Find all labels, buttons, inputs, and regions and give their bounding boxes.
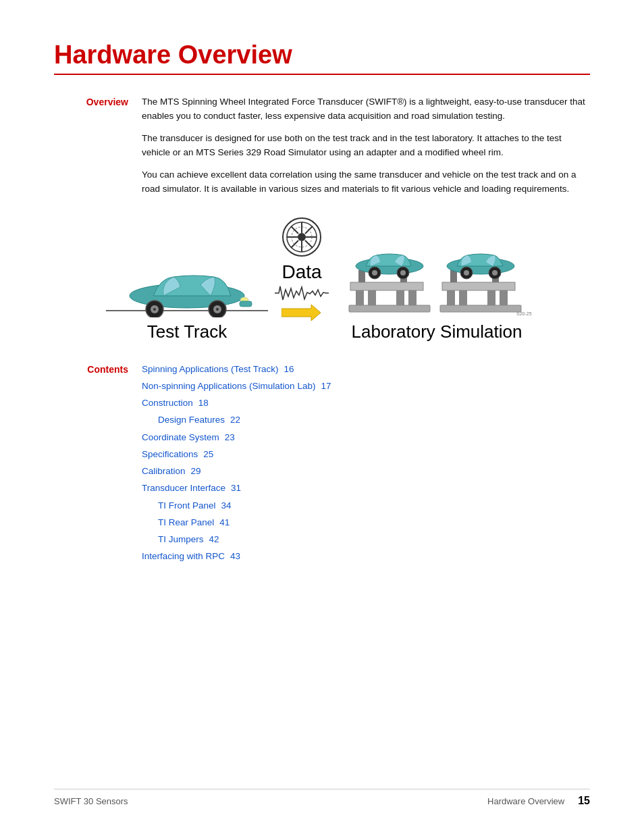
toc-link-8[interactable]: TI Front Panel34 bbox=[158, 500, 232, 511]
toc-page-3: 22 bbox=[230, 415, 240, 425]
toc-page-7: 31 bbox=[231, 483, 241, 493]
footer-right-label: Hardware Overview bbox=[487, 796, 564, 806]
lab-side: S20-25 Laboratory Simulation bbox=[336, 243, 538, 342]
test-track-car-svg bbox=[106, 250, 268, 317]
toc-list: Spinning Applications (Test Track)16 Non… bbox=[142, 363, 590, 567]
toc-text-1: Non-spinning Applications (Simulation La… bbox=[142, 381, 315, 391]
toc-link-11[interactable]: Interfacing with RPC43 bbox=[142, 551, 240, 561]
toc-page-10: 42 bbox=[209, 534, 219, 544]
toc-link-2[interactable]: Construction18 bbox=[142, 398, 209, 408]
toc-link-6[interactable]: Calibration29 bbox=[142, 466, 201, 476]
toc-text-7: Transducer Interface bbox=[142, 483, 225, 493]
toc-page-1: 17 bbox=[321, 381, 331, 391]
svg-point-36 bbox=[372, 270, 377, 276]
toc-text-8: TI Front Panel bbox=[158, 500, 216, 511]
toc-item-0: Spinning Applications (Test Track)16 bbox=[142, 363, 590, 376]
svg-point-4 bbox=[216, 308, 219, 311]
svg-rect-29 bbox=[350, 282, 423, 290]
overview-section: Overview The MTS Spinning Wheel Integrat… bbox=[54, 95, 590, 197]
track-side: Test Track bbox=[106, 250, 268, 342]
toc-link-4[interactable]: Coordinate System23 bbox=[142, 432, 235, 442]
waveform-svg bbox=[275, 283, 329, 303]
svg-rect-40 bbox=[500, 290, 508, 305]
middle-section: Data bbox=[275, 217, 329, 342]
toc-item-2: Construction18 bbox=[142, 396, 590, 410]
toc-item-10: TI Jumpers42 bbox=[142, 533, 590, 546]
toc-text-2: Construction bbox=[142, 398, 193, 408]
toc-text-4: Coordinate System bbox=[142, 432, 219, 442]
toc-item-11: Interfacing with RPC43 bbox=[142, 550, 590, 563]
data-label: Data bbox=[281, 261, 321, 283]
toc-text-10: TI Jumpers bbox=[158, 534, 204, 544]
toc-text-11: Interfacing with RPC bbox=[142, 551, 225, 561]
toc-text-9: TI Rear Panel bbox=[158, 517, 214, 527]
svg-point-34 bbox=[400, 270, 406, 276]
overview-para-2: The transducer is designed for use both … bbox=[142, 132, 590, 160]
diagram-area: Test Track Data bbox=[54, 217, 590, 342]
toc-item-5: Specifications25 bbox=[142, 448, 590, 461]
overview-text: The MTS Spinning Wheel Integrated Force … bbox=[142, 95, 590, 197]
arrow-svg bbox=[281, 303, 322, 322]
contents-label: Contents bbox=[54, 363, 128, 567]
toc-link-9[interactable]: TI Rear Panel41 bbox=[158, 517, 230, 527]
svg-rect-39 bbox=[487, 290, 495, 305]
svg-marker-22 bbox=[281, 305, 321, 321]
lab-label: Laboratory Simulation bbox=[352, 321, 522, 342]
toc-page-4: 23 bbox=[225, 432, 235, 442]
svg-point-46 bbox=[492, 270, 498, 276]
toc-link-7[interactable]: Transducer Interface31 bbox=[142, 483, 241, 493]
svg-rect-9 bbox=[240, 301, 252, 307]
toc-text-5: Specifications bbox=[142, 449, 198, 459]
footer-right: Hardware Overview 15 bbox=[487, 795, 590, 807]
toc-item-1: Non-spinning Applications (Simulation La… bbox=[142, 380, 590, 393]
toc-item-8: TI Front Panel34 bbox=[142, 499, 590, 513]
overview-label: Overview bbox=[54, 95, 128, 197]
svg-rect-26 bbox=[368, 290, 376, 305]
toc-link-1[interactable]: Non-spinning Applications (Simulation La… bbox=[142, 381, 331, 391]
svg-rect-38 bbox=[459, 290, 467, 305]
toc-item-3: Design Features22 bbox=[142, 413, 590, 427]
svg-point-12 bbox=[298, 233, 306, 241]
footer-left: SWIFT 30 Sensors bbox=[54, 796, 128, 806]
toc-page-5: 25 bbox=[203, 449, 213, 459]
toc-link-0[interactable]: Spinning Applications (Test Track)16 bbox=[142, 364, 294, 374]
lab-car-svg: S20-25 bbox=[336, 243, 538, 317]
footer-page-number: 15 bbox=[578, 795, 590, 807]
toc-page-0: 16 bbox=[284, 364, 294, 374]
toc-page-2: 18 bbox=[198, 398, 209, 408]
toc-page-6: 29 bbox=[191, 466, 201, 476]
svg-rect-37 bbox=[447, 290, 455, 305]
svg-rect-24 bbox=[440, 305, 521, 312]
toc-item-6: Calibration29 bbox=[142, 465, 590, 478]
toc-item-4: Coordinate System23 bbox=[142, 431, 590, 444]
svg-line-17 bbox=[291, 226, 298, 234]
footer: SWIFT 30 Sensors Hardware Overview 15 bbox=[54, 789, 590, 807]
overview-para-3: You can achieve excellent data correlati… bbox=[142, 168, 590, 197]
overview-para-1: The MTS Spinning Wheel Integrated Force … bbox=[142, 95, 590, 124]
wheel-icon-svg bbox=[281, 217, 322, 257]
svg-rect-28 bbox=[408, 290, 417, 305]
toc-page-8: 34 bbox=[221, 500, 232, 511]
track-label: Test Track bbox=[147, 321, 227, 342]
svg-text:S20-25: S20-25 bbox=[516, 311, 532, 316]
toc-text-0: Spinning Applications (Test Track) bbox=[142, 364, 279, 374]
toc-item-7: Transducer Interface31 bbox=[142, 481, 590, 495]
svg-rect-25 bbox=[356, 290, 364, 305]
svg-point-7 bbox=[153, 308, 156, 311]
page-title: Hardware Overview bbox=[54, 41, 590, 70]
toc-link-10[interactable]: TI Jumpers42 bbox=[158, 534, 219, 544]
toc-page-11: 43 bbox=[230, 551, 240, 561]
toc-text-3: Design Features bbox=[158, 415, 225, 425]
page: Hardware Overview Overview The MTS Spinn… bbox=[0, 0, 644, 834]
svg-point-48 bbox=[464, 270, 469, 276]
svg-rect-30 bbox=[358, 270, 365, 282]
toc-text-6: Calibration bbox=[142, 466, 186, 476]
toc-link-5[interactable]: Specifications25 bbox=[142, 449, 213, 459]
toc-item-9: TI Rear Panel41 bbox=[142, 516, 590, 529]
contents-section: Contents Spinning Applications (Test Tra… bbox=[54, 363, 590, 567]
title-rule bbox=[54, 74, 590, 75]
svg-rect-41 bbox=[442, 282, 515, 290]
toc-link-3[interactable]: Design Features22 bbox=[158, 415, 240, 425]
svg-rect-23 bbox=[349, 305, 430, 312]
toc-page-9: 41 bbox=[219, 517, 230, 527]
